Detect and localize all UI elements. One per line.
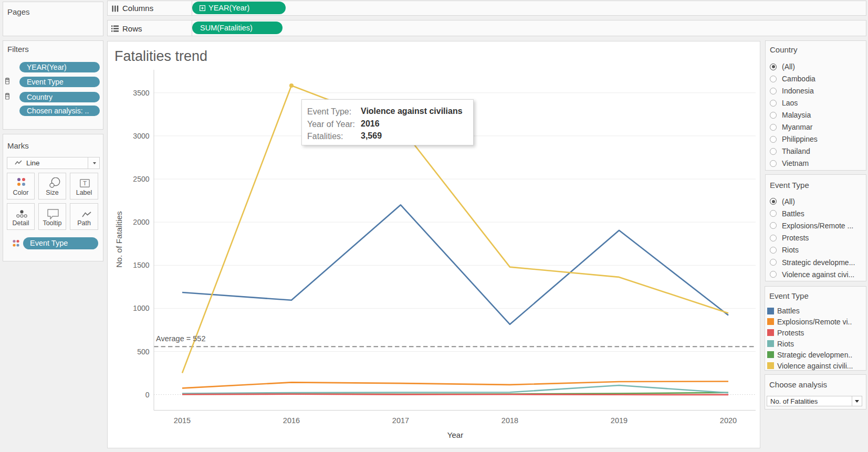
svg-text:1500: 1500	[133, 261, 149, 269]
svg-text:T: T	[83, 180, 87, 186]
svg-text:2016: 2016	[283, 416, 300, 425]
svg-text:1000: 1000	[133, 304, 149, 312]
svg-text:2020: 2020	[720, 416, 737, 425]
svg-text:Year: Year	[447, 430, 463, 439]
svg-text:500: 500	[137, 348, 150, 356]
svg-text:Average = 552: Average = 552	[156, 334, 205, 343]
svg-text:0: 0	[145, 391, 150, 399]
svg-text:2500: 2500	[133, 175, 149, 183]
svg-text:3000: 3000	[133, 132, 149, 140]
svg-text:3500: 3500	[133, 89, 149, 97]
svg-text:2019: 2019	[611, 416, 628, 425]
svg-text:2018: 2018	[501, 416, 518, 425]
svg-text:2000: 2000	[133, 218, 149, 226]
svg-text:2015: 2015	[174, 416, 191, 425]
svg-text:2017: 2017	[392, 416, 409, 425]
